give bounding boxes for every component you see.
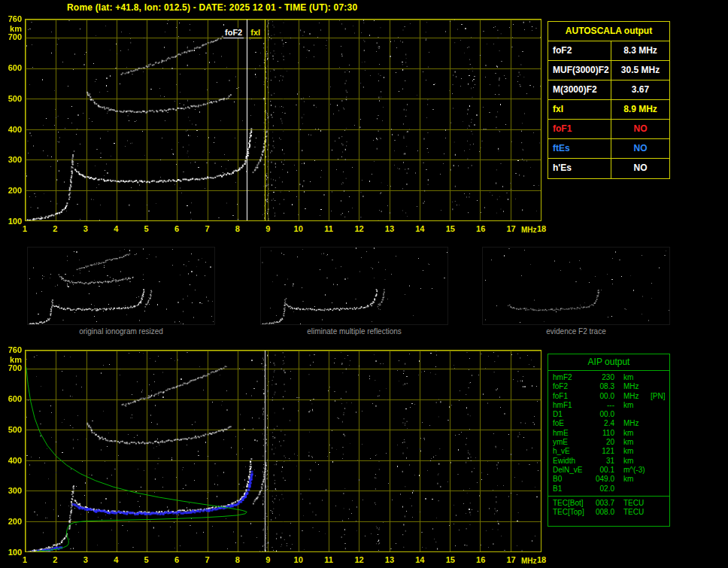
thumb-caption-evidence-f2: evidence F2 trace — [482, 327, 670, 336]
aip-unit: TECU — [614, 508, 649, 517]
x-tick-3: 3 — [77, 225, 94, 233]
x-tick-7: 7 — [199, 556, 215, 564]
y-tick-760: 760 — [0, 346, 22, 354]
y-tick-760: 760 — [0, 15, 22, 23]
aip-row-tectop: TEC[Top]008.0TECU — [553, 508, 669, 517]
aip-value: 20 — [590, 438, 614, 447]
y-tick-500: 500 — [0, 95, 22, 103]
y-tick-300: 300 — [0, 487, 22, 495]
x-tick-13: 13 — [381, 225, 398, 233]
x-tick-13: 13 — [381, 556, 398, 564]
thumb-caption-original: original ionogram resized — [27, 327, 215, 336]
aip-extra — [649, 401, 669, 410]
aip-param: h_vE — [553, 447, 590, 456]
aip-unit: MHz — [614, 392, 649, 401]
x-tick-12: 12 — [351, 225, 368, 233]
y-tick-400: 400 — [0, 457, 22, 465]
aip-unit: km — [614, 438, 649, 447]
autoscala-param-label: ftEs — [548, 139, 611, 158]
aip-extra — [649, 457, 669, 466]
aip-unit: km — [614, 429, 649, 438]
x-tick-12: 12 — [351, 556, 368, 564]
aip-value: --- — [590, 401, 614, 410]
aip-value: 110 — [590, 429, 614, 438]
y-tick-600: 600 — [0, 64, 22, 72]
x-tick-4: 4 — [108, 556, 124, 564]
aip-unit: MHz — [614, 382, 649, 391]
aip-extra — [649, 466, 669, 475]
autoscala-row-hes: h'EsNO — [548, 159, 669, 178]
autoscala-param-label: foF2 — [548, 41, 611, 60]
x-tick-5: 5 — [138, 556, 155, 564]
aip-extra: [PN] — [649, 392, 669, 401]
aip-unit: TECU — [614, 499, 649, 508]
aip-param: hmF1 — [553, 401, 590, 410]
aip-extra — [649, 499, 669, 508]
aip-value: 08.3 — [590, 382, 614, 391]
aip-row-d1: D100.0 — [553, 410, 669, 419]
autoscala-row-ftes: ftEsNO — [548, 139, 669, 159]
station-title: Rome (lat: +41.8, lon: 012.5) - DATE: 20… — [67, 2, 357, 13]
autoscala-row-m3000f2: M(3000)F23.67 — [548, 80, 669, 100]
x-tick-4: 4 — [108, 225, 124, 233]
autoscala-output-table: AUTOSCALA output foF28.3 MHzMUF(3000)F23… — [548, 21, 670, 179]
aip-row-ewidth: Ewidth31km — [553, 457, 669, 466]
y-tick-200: 200 — [0, 187, 22, 195]
x-tick-6: 6 — [168, 225, 185, 233]
thumb-original-ionogram — [27, 247, 215, 325]
aip-row-b1: B102.0 — [553, 484, 669, 494]
y-tick-400: 400 — [0, 126, 22, 134]
aip-value: 230 — [590, 373, 614, 382]
aip-unit — [614, 484, 649, 494]
aip-unit: m^(-3) — [614, 466, 649, 475]
x-tick-11: 11 — [320, 225, 337, 233]
aip-output-panel: AIP output hmF2230kmfoF208.3MHzfoF100.0M… — [548, 354, 670, 527]
aip-param: TEC[Bot] — [553, 499, 590, 508]
autoscala-row-fxi: fxI8.9 MHz — [548, 100, 669, 120]
aip-extra — [649, 484, 669, 494]
y-tick-200: 200 — [0, 518, 22, 526]
aip-row-fof1: foF100.0MHz[PN] — [553, 392, 669, 401]
x-tick-5: 5 — [138, 225, 155, 233]
marker-label-fxi: fxI — [249, 28, 262, 38]
aip-param: foF2 — [553, 382, 590, 391]
x-axis-unit: MHz — [521, 226, 537, 234]
x-tick-17: 17 — [503, 225, 520, 233]
aip-parameter-rows: hmF2230kmfoF208.3MHzfoF100.0MHz[PN]hmF1-… — [548, 371, 669, 494]
x-tick-6: 6 — [168, 556, 185, 564]
aip-value: 049.0 — [590, 475, 614, 484]
aip-value: 00.1 — [590, 466, 614, 475]
y-tick-700: 700 — [0, 33, 22, 41]
x-tick-14: 14 — [411, 225, 428, 233]
aip-extra — [649, 475, 669, 484]
autoscala-row-fof2: foF28.3 MHz — [548, 41, 669, 61]
autoscala-param-label: fxI — [548, 100, 611, 119]
aip-extra — [649, 508, 669, 517]
x-tick-2: 2 — [47, 556, 63, 564]
aip-value: 02.0 — [590, 484, 614, 494]
autoscala-row-muf3000f2: MUF(3000)F230.5 MHz — [548, 61, 669, 80]
ionogram-canvas-bottom — [26, 351, 541, 551]
autoscala-param-value: NO — [611, 139, 669, 158]
x-tick-9: 9 — [259, 225, 276, 233]
aip-param: foF1 — [553, 392, 590, 401]
aip-param: ymE — [553, 438, 590, 447]
aip-row-yme: ymE20km — [553, 438, 669, 447]
x-tick-8: 8 — [229, 556, 246, 564]
aip-extra — [649, 410, 669, 419]
ionogram-plot-bottom — [25, 350, 541, 552]
autoscala-row-fof1: foF1NO — [548, 120, 669, 139]
aip-row-hme: hmE110km — [553, 429, 669, 438]
marker-label-fof2: foF2 — [223, 28, 244, 38]
aip-extra — [649, 438, 669, 447]
aip-row-hmf2: hmF2230km — [553, 373, 669, 382]
y-tick-600: 600 — [0, 395, 22, 403]
x-tick-2: 2 — [47, 225, 63, 233]
y-tick-700: 700 — [0, 364, 22, 372]
autoscala-param-label: h'Es — [548, 159, 611, 178]
aip-extra — [649, 419, 669, 428]
x-tick-15: 15 — [442, 556, 459, 564]
aip-tec-rows: TEC[Bot]003.7TECUTEC[Top]008.0TECU — [548, 496, 669, 518]
x-axis-unit: MHz — [521, 557, 537, 565]
thumb-canvas-original — [28, 248, 214, 324]
